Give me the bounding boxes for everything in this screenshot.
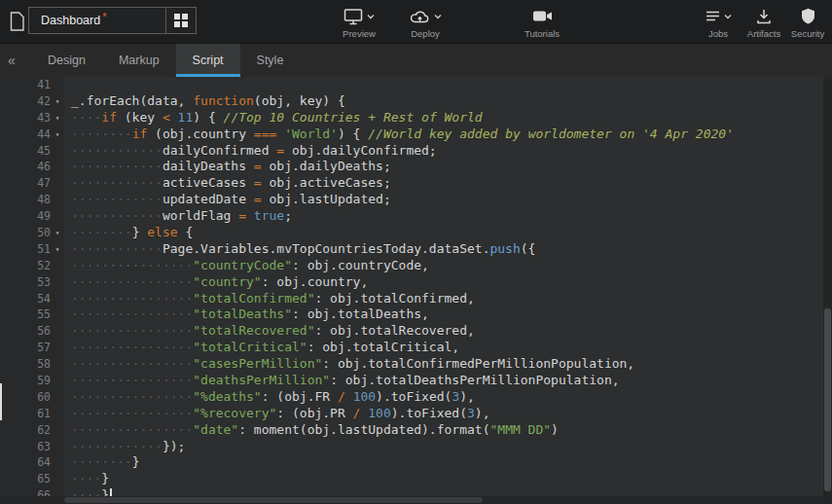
line-number: 45: [37, 143, 51, 160]
line-number: 48: [37, 192, 51, 208]
code-text: ················"deathsPerMillion": obj.…: [64, 373, 620, 389]
artifacts-button[interactable]: Artifacts: [739, 7, 789, 39]
mode-tabs: Design Markup Script Style: [31, 44, 300, 77]
code-line[interactable]: 42▾_.forEach(data, function(obj, key) {: [0, 93, 823, 110]
code-line[interactable]: 52················"countryCode": obj.cou…: [0, 258, 823, 274]
line-number: 61: [37, 406, 51, 422]
code-text: ············dailyConfirmed = obj.dailyCo…: [64, 143, 437, 160]
left-edge-marker: [0, 383, 2, 420]
code-line[interactable]: 56················"totalRecovered": obj.…: [0, 323, 823, 340]
horizontal-scrollbar-thumb[interactable]: [64, 497, 483, 503]
line-number: 42: [37, 93, 51, 110]
tab-markup[interactable]: Markup: [102, 44, 176, 77]
code-line[interactable]: 62················"date": moment(obj.las…: [0, 422, 823, 439]
code-line[interactable]: 43▾····if (key < 11) { //Top 10 Countrie…: [0, 110, 823, 126]
code-line[interactable]: 45············dailyConfirmed = obj.daily…: [0, 143, 823, 160]
pages-grid-button[interactable]: [165, 8, 196, 33]
script-code-editor[interactable]: 4142▾_.forEach(data, function(obj, key) …: [0, 77, 823, 504]
download-icon: [756, 9, 772, 24]
tab-style[interactable]: Style: [240, 44, 301, 77]
code-line[interactable]: 58················"casesPerMillion": obj…: [0, 356, 823, 373]
line-number: 52: [37, 258, 51, 274]
line-number: 64: [37, 454, 51, 471]
code-line[interactable]: 57················"totalCritical": obj.t…: [0, 340, 823, 356]
page-file-button[interactable]: [7, 10, 26, 33]
fold-arrow-icon[interactable]: ▾: [51, 241, 64, 258]
preview-button[interactable]: Preview: [330, 7, 388, 39]
code-line[interactable]: 61················"%recovery": (obj.PR /…: [0, 406, 823, 422]
line-number: 43: [37, 110, 51, 126]
line-number: 55: [37, 306, 51, 323]
line-number-gutter: 58: [0, 356, 64, 373]
horizontal-scrollbar[interactable]: [0, 496, 823, 504]
jobs-button[interactable]: Jobs: [694, 7, 742, 39]
artifacts-label: Artifacts: [747, 28, 780, 39]
line-number-gutter: 64: [0, 454, 64, 471]
tutorials-button[interactable]: Tutorials: [514, 7, 570, 39]
shield-icon: [801, 8, 815, 24]
deploy-button[interactable]: Deploy: [398, 7, 452, 39]
line-number: 51: [37, 241, 51, 258]
code-text: ················"totalRecovered": obj.to…: [64, 323, 475, 340]
fold-arrow-icon[interactable]: ▾: [51, 110, 64, 126]
cloud-upload-icon: [410, 9, 430, 24]
line-number: 54: [37, 291, 51, 307]
code-text: ················"%deaths": (obj.FR / 100…: [64, 389, 475, 406]
vertical-scrollbar[interactable]: [823, 77, 832, 504]
code-text: ················"%recovery": (obj.PR / 1…: [64, 406, 490, 422]
code-text: ············dailyDeaths = obj.dailyDeath…: [64, 159, 391, 175]
file-icon: [10, 12, 24, 31]
code-line[interactable]: 49············worldFlag = true;: [0, 208, 823, 225]
code-text: ················"date": moment(obj.lastU…: [64, 422, 559, 439]
code-line[interactable]: 53················"country": obj.country…: [0, 274, 823, 291]
line-number-gutter: 52: [0, 258, 64, 274]
code-line[interactable]: 54················"totalConfirmed": obj.…: [0, 291, 823, 307]
line-number: 47: [37, 175, 51, 192]
code-line[interactable]: 50▾········} else {: [0, 225, 823, 241]
line-number: 62: [37, 422, 51, 439]
code-line[interactable]: 55················"totalDeaths": obj.tot…: [0, 306, 823, 323]
fold-arrow-icon[interactable]: ▾: [51, 126, 64, 143]
line-number-gutter: 54: [0, 291, 64, 307]
line-number-gutter: 46: [0, 159, 64, 175]
code-text: _.forEach(data, function(obj, key) {: [64, 93, 345, 110]
fold-arrow-icon[interactable]: ▾: [51, 93, 64, 110]
line-number-gutter: 56: [0, 323, 64, 340]
line-number: 46: [37, 159, 51, 175]
code-line[interactable]: 41: [0, 77, 823, 93]
line-number-gutter: 63: [0, 439, 64, 455]
security-label: Security: [791, 28, 824, 39]
collapse-panel-button[interactable]: «: [0, 44, 23, 77]
code-line[interactable]: 60················"%deaths": (obj.FR / 1…: [0, 389, 823, 406]
line-number-gutter: 49: [0, 208, 64, 225]
code-text: [64, 77, 71, 93]
vertical-scrollbar-thumb[interactable]: [824, 308, 831, 491]
fold-arrow-icon[interactable]: ▾: [51, 225, 64, 241]
deploy-label: Deploy: [411, 28, 440, 39]
code-line[interactable]: 47············activeCases = obj.activeCa…: [0, 175, 823, 192]
code-line[interactable]: 46············dailyDeaths = obj.dailyDea…: [0, 159, 823, 175]
code-line[interactable]: 51▾············Page.Variables.mvTopCount…: [0, 241, 823, 258]
line-number: 57: [37, 340, 51, 356]
code-line[interactable]: 48············updatedDate = obj.lastUpda…: [0, 192, 823, 208]
tab-script[interactable]: Script: [176, 44, 240, 77]
tab-design[interactable]: Design: [31, 44, 102, 77]
code-text: ········}: [64, 454, 139, 471]
line-number-gutter: 65: [0, 471, 64, 487]
code-line[interactable]: 44▾········if (obj.country === 'World') …: [0, 126, 823, 143]
code-text: ················"country": obj.country,: [64, 274, 368, 291]
code-text: ················"totalCritical": obj.tot…: [64, 340, 459, 356]
dashboard-page-tab[interactable]: Dashboard*: [28, 7, 197, 34]
security-button[interactable]: Security: [785, 7, 830, 39]
line-number-gutter: 44▾: [0, 126, 64, 143]
code-line[interactable]: 63············});: [0, 439, 823, 455]
code-text: ············Page.Variables.mvTopCountrie…: [64, 241, 535, 258]
preview-label: Preview: [343, 28, 376, 39]
line-number: 53: [37, 274, 51, 291]
code-line[interactable]: 59················"deathsPerMillion": ob…: [0, 373, 823, 389]
line-number-gutter: 60: [0, 389, 64, 406]
top-toolbar: Dashboard* Preview: [0, 0, 832, 43]
line-number: 49: [37, 208, 51, 225]
code-line[interactable]: 65····}: [0, 471, 823, 487]
code-line[interactable]: 64········}: [0, 454, 823, 471]
